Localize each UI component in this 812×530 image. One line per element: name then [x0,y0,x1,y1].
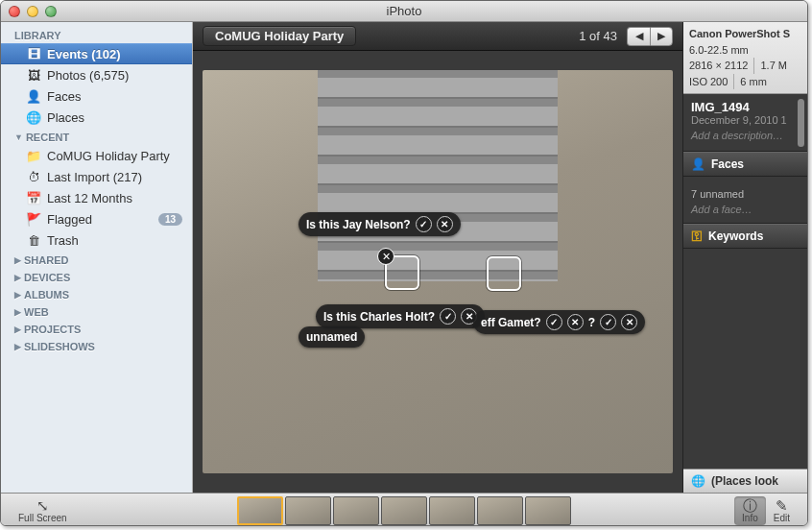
info-scrollbar-thumb[interactable] [798,99,804,147]
sidebar-item-label: Faces [47,89,81,104]
key-icon: ⚿ [691,229,703,243]
sidebar-header-library: LIBRARY [1,26,192,43]
confirm-face-button[interactable]: ✓ [416,216,432,232]
thumbnail[interactable] [333,496,379,525]
disclosure-icon: ▶ [14,255,21,265]
calendar-icon: 📅 [26,190,41,205]
places-section-header[interactable]: 🌐 (Places look [683,469,807,493]
file-size: 1.7 M [753,58,787,74]
edit-button[interactable]: ✎ Edit [766,498,798,523]
lens-spec: 6.0-22.5 mm [689,42,801,59]
face-prompt-label: eff Gamet? [481,316,541,329]
prev-photo-button[interactable]: ◀ [627,27,650,46]
sidebar-item-faces[interactable]: 👤 Faces [1,85,192,107]
face-name-tag[interactable]: unnamed [299,326,365,348]
confirm-face-button[interactable]: ✓ [546,314,562,330]
source-list-sidebar: LIBRARY 🎞 Events (102) 🖼 Photos (6,575) … [1,22,193,493]
sidebar-item-events[interactable]: 🎞 Events (102) [1,43,192,64]
face-box[interactable]: ✕ [385,255,419,290]
info-icon: ⓘ [743,498,757,513]
corkboard-icon: 👤 [691,157,705,171]
photo-counter: 1 of 43 [579,29,617,43]
sidebar-item-label: Last Import (217) [47,170,142,184]
main-view: CoMUG Holiday Party 1 of 43 ◀ ▶ ✕ [193,22,682,493]
disclosure-icon: ▶ [14,290,21,300]
disclosure-icon: ▼ [14,132,23,142]
close-window-button[interactable] [9,6,20,17]
disclosure-icon: ▶ [14,307,21,317]
keywords-section-header[interactable]: ⚿ Keywords [683,224,807,249]
thumbnail[interactable] [237,496,283,525]
sidebar-item-trash[interactable]: 🗑 Trash [1,229,192,251]
flagged-count-badge: 13 [158,213,182,226]
sidebar-item-places[interactable]: 🌐 Places [1,107,192,128]
remove-face-button[interactable]: ✕ [377,248,394,265]
sidebar-item-label: Flagged [47,212,92,227]
confirm-face-button[interactable]: ✓ [440,308,456,325]
dimensions: 2816 × 2112 [689,58,748,74]
sidebar-header-web[interactable]: ▶WEB [1,302,192,320]
description-field[interactable]: Add a description… [691,130,800,141]
sidebar-header-devices[interactable]: ▶DEVICES [1,268,192,285]
thumbnail[interactable] [285,496,331,525]
thumbnail[interactable] [525,496,571,525]
sidebar-header-slideshows[interactable]: ▶SLIDESHOWS [1,337,192,354]
places-icon: 🌐 [26,109,41,125]
face-suggestion-tag: eff Gamet? ✓ ✕ ? ✓ ✕ [473,310,645,334]
fullscreen-button[interactable]: ⤡ Full Screen [11,498,75,523]
info-button[interactable]: ⓘ Info [734,496,766,525]
face-suggestion-tag: Is this Charles Holt? ✓ ✕ [316,304,485,328]
sidebar-item-label: Last 12 Months [47,191,132,205]
event-icon: 📁 [26,148,41,163]
face-prompt-label: unnamed [306,330,357,344]
photo-image: ✕ Is this Jay Nelson? ✓ ✕ Is this Charle… [203,70,673,473]
breadcrumb[interactable]: CoMUG Holiday Party [203,26,356,46]
photo-metadata: IMG_1494 December 9, 2010 1 Add a descri… [683,94,807,152]
photo-date: December 9, 2010 1 [691,114,800,126]
sidebar-header-shared[interactable]: ▶SHARED [1,251,192,268]
photos-icon: 🖼 [26,67,41,83]
filename[interactable]: IMG_1494 [691,100,800,114]
zoom-window-button[interactable] [45,6,57,17]
sidebar-item-label: Trash [47,233,79,248]
reject-face-button[interactable]: ✕ [567,314,584,330]
pencil-icon: ✎ [776,498,788,513]
globe-icon: 🌐 [691,474,705,488]
trash-icon: 🗑 [26,232,41,248]
add-face-field[interactable]: Add a face… [691,204,800,215]
sidebar-header-recent[interactable]: ▼RECENT [1,128,192,145]
info-panel: Canon PowerShot S 6.0-22.5 mm 2816 × 211… [682,22,807,493]
flag-icon: 🚩 [26,211,41,227]
next-photo-button[interactable]: ▶ [650,27,673,46]
import-icon: ⏱ [26,169,41,184]
face-box[interactable] [487,256,521,291]
bottom-toolbar: ⤡ Full Screen ⓘ Info ✎ Edit [1,493,807,526]
reject-face-button[interactable]: ✕ [437,216,453,232]
disclosure-icon: ▶ [14,325,21,334]
window-title: iPhoto [1,4,807,18]
photo-viewer[interactable]: ✕ Is this Jay Nelson? ✓ ✕ Is this Charle… [193,51,682,493]
sidebar-item-last-import[interactable]: ⏱ Last Import (217) [1,166,192,187]
sidebar-item-comug-party[interactable]: 📁 CoMUG Holiday Party [1,145,192,166]
sidebar-item-photos[interactable]: 🖼 Photos (6,575) [1,64,192,85]
events-icon: 🎞 [26,46,41,61]
faces-icon: 👤 [26,88,41,104]
reject-face-button[interactable]: ✕ [621,314,637,330]
disclosure-icon: ▶ [14,342,21,351]
camera-model: Canon PowerShot S [689,26,801,42]
face-suggestion-tag: Is this Jay Nelson? ✓ ✕ [299,212,461,236]
sidebar-item-label: CoMUG Holiday Party [47,149,170,163]
minimize-window-button[interactable] [27,6,38,17]
sidebar-header-albums[interactable]: ▶ALBUMS [1,285,192,302]
sidebar-item-last-12-months[interactable]: 📅 Last 12 Months [1,187,192,208]
thumbnail[interactable] [477,496,523,525]
titlebar: iPhoto [1,1,807,22]
thumbnail[interactable] [429,496,475,525]
thumbnail[interactable] [381,496,427,525]
sidebar-header-projects[interactable]: ▶PROJECTS [1,320,192,337]
viewer-header: CoMUG Holiday Party 1 of 43 ◀ ▶ [193,22,682,51]
confirm-face-button[interactable]: ✓ [600,314,616,330]
faces-section-header[interactable]: 👤 Faces [683,152,807,177]
sidebar-item-flagged[interactable]: 🚩 Flagged 13 [1,208,192,229]
fullscreen-icon: ⤡ [36,498,49,513]
